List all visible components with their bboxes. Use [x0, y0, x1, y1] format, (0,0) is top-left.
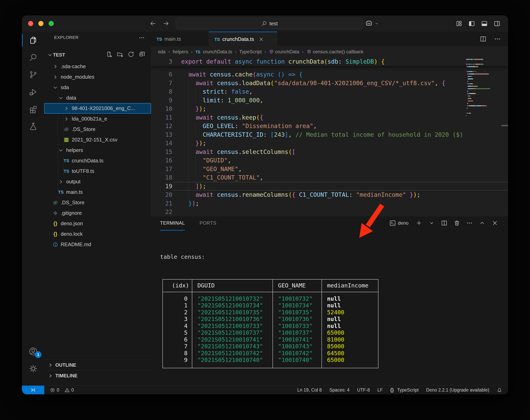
- sidebar-item-lda-000b21a-e[interactable]: lda_000b21a_e: [44, 114, 151, 124]
- breadcrumb-item[interactable]: census.cache() callback: [307, 49, 363, 55]
- sidebar-item-crunchdata-ts[interactable]: TScrunchData.ts: [44, 156, 151, 166]
- copilot-menu[interactable]: [365, 15, 379, 32]
- status-lf[interactable]: LF: [377, 387, 383, 393]
- close-panel-icon[interactable]: [491, 220, 498, 226]
- timeline-section[interactable]: TIMELINE: [44, 370, 151, 381]
- terminal-output[interactable]: table census: (idx) DGUID GEO_NAME media…: [160, 240, 500, 394]
- editor-scrollbar[interactable]: [501, 125, 508, 126]
- maximize-panel-icon[interactable]: [479, 220, 486, 226]
- breadcrumb-item[interactable]: TS crunchData.ts: [195, 49, 232, 55]
- zoom-window-button[interactable]: [49, 21, 54, 26]
- code-line-15[interactable]: 15 await census.selectColumns([: [151, 147, 508, 156]
- refresh-icon[interactable]: [128, 51, 134, 58]
- minimize-window-button[interactable]: [38, 21, 44, 26]
- activity-testing[interactable]: [22, 117, 44, 135]
- activity-explorer[interactable]: [22, 32, 44, 49]
- sidebar-item-98-401-x2021006-eng-c-[interactable]: 98-401-X2021006_eng_C...: [44, 103, 151, 114]
- forward-icon[interactable]: [162, 20, 170, 27]
- close-window-button[interactable]: [28, 21, 33, 26]
- close-tab-icon[interactable]: [258, 37, 264, 42]
- terminal-shell-item[interactable]: deno: [389, 220, 409, 226]
- new-folder-icon[interactable]: [117, 51, 123, 58]
- command-center-search[interactable]: test: [176, 18, 363, 29]
- toggle-secondary-sidebar-icon[interactable]: [493, 20, 501, 27]
- activity-settings[interactable]: [22, 360, 44, 377]
- new-file-icon[interactable]: [105, 51, 112, 58]
- sidebar-item-helpers[interactable]: helpers: [44, 145, 151, 156]
- sidebar-item--ds-store[interactable]: .DS_Store: [44, 197, 151, 208]
- code-line-14[interactable]: 14 });: [151, 139, 508, 147]
- toggle-panel-icon[interactable]: [481, 20, 488, 27]
- status-ln[interactable]: Ln 19, Col 8: [297, 387, 322, 393]
- sidebar-item-sda[interactable]: sda: [44, 82, 151, 93]
- breadcrumb-item[interactable]: TypeScript: [239, 49, 262, 55]
- activity-run-debug[interactable]: [22, 83, 44, 100]
- sidebar-item-toutf8-ts[interactable]: TStoUTF8.ts: [44, 166, 151, 176]
- activity-source-control[interactable]: [22, 66, 44, 83]
- split-terminal-icon[interactable]: [441, 220, 448, 226]
- sidebar-item-data[interactable]: data: [44, 93, 151, 103]
- sidebar-item-2021-92-151-x-csv[interactable]: 2021_92-151_X.csv: [44, 134, 151, 145]
- breadcrumb-item[interactable]: crunchData: [269, 49, 299, 55]
- code-line-12[interactable]: 12 GEO_LEVEL: "Dissemination area",: [151, 122, 508, 130]
- explorer-more-actions-icon[interactable]: [138, 34, 145, 41]
- status-error[interactable]: 0: [50, 387, 59, 393]
- activity-accounts[interactable]: 1: [22, 343, 44, 360]
- code-line-19[interactable]: 19 ]);: [151, 182, 508, 191]
- outline-section[interactable]: OUTLINE: [44, 360, 151, 370]
- sidebar-item--ds-store[interactable]: .DS_Store: [44, 124, 151, 134]
- collapse-all-icon[interactable]: [139, 51, 146, 58]
- sidebar-item-deno-lock[interactable]: {}deno.lock: [44, 229, 151, 239]
- status-utf8[interactable]: UTF-8: [357, 387, 370, 393]
- cell: 52400: [322, 309, 378, 316]
- breadcrumb-item[interactable]: sda: [158, 49, 166, 55]
- back-icon[interactable]: [149, 20, 157, 27]
- remote-indicator[interactable]: [22, 386, 44, 394]
- code-line-11[interactable]: 11 await census.keep({: [151, 113, 508, 122]
- code-line-21[interactable]: 21 });: [151, 199, 508, 208]
- sidebar-item-readme-md[interactable]: README.md: [44, 239, 151, 250]
- code-line-22[interactable]: 22: [151, 208, 508, 216]
- activity-extensions[interactable]: [22, 100, 44, 117]
- kill-terminal-icon[interactable]: [454, 220, 460, 226]
- code-line-10[interactable]: 10 });: [151, 104, 508, 113]
- toggle-primary-sidebar-icon[interactable]: [468, 20, 475, 27]
- status-deno[interactable]: Deno 2.2.1 (Upgrade available): [426, 387, 489, 393]
- minimap[interactable]: [466, 58, 500, 117]
- status-warning[interactable]: 0: [64, 387, 74, 393]
- breadcrumb[interactable]: sda›helpers›TS crunchData.ts›TypeScript›…: [151, 46, 508, 57]
- sidebar-item-node-modules[interactable]: node_modules: [44, 72, 151, 82]
- sidebar-item-main-ts[interactable]: TSmain.ts: [44, 187, 151, 197]
- sticky-scroll-line[interactable]: 3export default async function crunchDat…: [151, 57, 508, 66]
- status-spaces[interactable]: Spaces: 4: [329, 387, 349, 393]
- sidebar-item-deno-json[interactable]: {}deno.json: [44, 218, 151, 229]
- code-line-6[interactable]: 6 await census.cache(async () => {: [151, 70, 508, 79]
- activity-search[interactable]: [22, 49, 44, 66]
- tab-terminal[interactable]: TERMINAL: [160, 216, 185, 231]
- code-line-9[interactable]: 9 limit: 1_000_000,: [151, 96, 508, 105]
- code-line-13[interactable]: 13 CHARACTERISTIC_ID: [243], // Median t…: [151, 130, 508, 139]
- launch-profile-chevron-icon[interactable]: [428, 220, 435, 226]
- split-editor-icon[interactable]: [480, 35, 487, 43]
- status-bell[interactable]: [497, 387, 502, 393]
- code-line-18[interactable]: 18 "C1_COUNT_TOTAL",: [151, 173, 508, 182]
- breadcrumb-item[interactable]: helpers: [173, 49, 188, 55]
- editor-more-actions-icon[interactable]: [494, 35, 501, 43]
- code-line-8[interactable]: 8 strict: false,: [151, 87, 508, 96]
- panel-more-icon[interactable]: [466, 220, 473, 226]
- code-editor[interactable]: 3export default async function crunchDat…: [151, 57, 508, 216]
- new-terminal-icon[interactable]: [416, 220, 422, 226]
- tab-main-ts[interactable]: TS main.ts: [151, 32, 209, 46]
- code-line-20[interactable]: 20 await census.renameColumns({ C1_COUNT…: [151, 190, 508, 199]
- tab-ports[interactable]: PORTS: [200, 216, 216, 230]
- code-line-7[interactable]: 7 await census.loadData("sda/data/98-401…: [151, 79, 508, 87]
- sidebar-item-output[interactable]: output: [44, 176, 151, 187]
- customize-layout-icon[interactable]: [456, 20, 463, 27]
- code-line-17[interactable]: 17 "GEO_NAME",: [151, 165, 508, 174]
- sidebar-item--sda-cache[interactable]: .sda-cache: [44, 61, 151, 72]
- sidebar-item--gitignore[interactable]: .gitignore: [44, 208, 151, 218]
- code-line-16[interactable]: 16 "DGUID",: [151, 156, 508, 165]
- status-braces[interactable]: {}TypeScript: [390, 387, 419, 393]
- project-section-header[interactable]: TEST: [44, 50, 151, 59]
- tab-crunchdata-ts[interactable]: TS crunchData.ts: [209, 32, 277, 46]
